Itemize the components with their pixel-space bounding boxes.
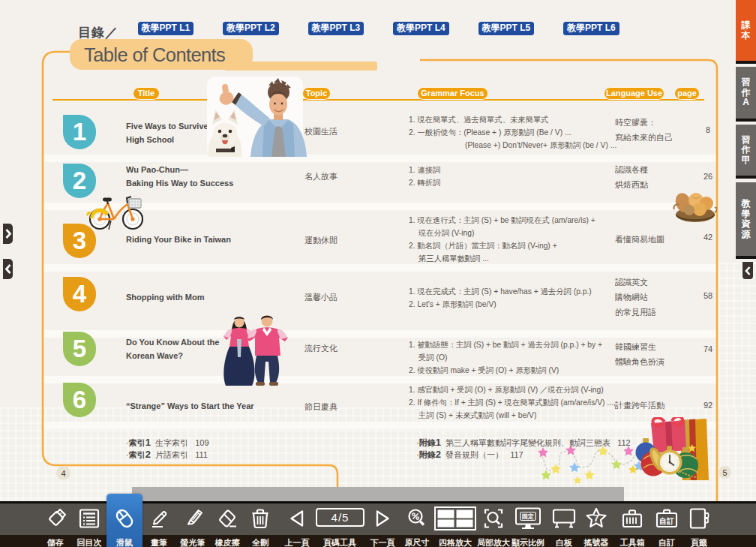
- monitor-fixed-icon[interactable]: 固定: [514, 506, 542, 533]
- unit-page-number: 92: [697, 387, 719, 424]
- side-tab-char: A: [742, 98, 751, 108]
- side-tab-char: 甲: [742, 155, 751, 166]
- custom-case-icon[interactable]: 自訂: [655, 507, 679, 533]
- index-line: ·索引2 片語索引 111: [126, 449, 208, 461]
- ppt-button-l1[interactable]: 教學PPT L1: [138, 22, 194, 35]
- side-tab-label: 習作A: [742, 77, 751, 108]
- toc-row-2: 2Wu Pao-Chun—Baking His Way to Success名人…: [43, 162, 717, 202]
- tool-label-prev-page: 上一頁: [285, 537, 310, 547]
- tool-label-partial-zoom: 局部放大: [477, 537, 510, 547]
- toc-row-6: 6“Strange” Ways to Start the Year節日慶典1. …: [43, 385, 717, 422]
- unit-language-use: 時空膠囊：寫給未來的自己: [615, 103, 698, 158]
- usb-save-icon[interactable]: [44, 508, 67, 532]
- unit-page-number: 26: [697, 157, 719, 197]
- tool-label-highlighter: 螢光筆: [181, 537, 206, 547]
- unit-title: “Strange” Ways to Start the Year: [126, 388, 276, 425]
- ppt-button-l3[interactable]: 教學PPT L3: [308, 22, 364, 35]
- whiteboard-icon[interactable]: [552, 507, 576, 533]
- triangle-right-icon[interactable]: [374, 509, 392, 531]
- tool-label-toolbox: 工具箱: [620, 537, 645, 547]
- ppt-button-l5[interactable]: 教學PPT L5: [478, 22, 535, 35]
- tool-label-mouse: 滑鼠: [116, 537, 133, 547]
- unit-language-use: 看懂簡易地圖: [615, 212, 698, 266]
- unit-title: Shopping with Mom: [126, 268, 276, 326]
- side-tab-label: 課本: [742, 20, 751, 41]
- collapse-tabs-button[interactable]: [742, 262, 753, 279]
- side-tab-char: 資: [742, 219, 751, 230]
- unit-title: Wu Pao-Chun—Baking His Way to Success: [126, 157, 276, 197]
- tool-label-four-zoom: 四格放大: [439, 537, 472, 547]
- column-header-language: Language Use: [604, 87, 664, 100]
- tool-label-whiteboard: 白板: [556, 537, 572, 547]
- photo-man-with-dog: [204, 74, 315, 157]
- chevron-left-icon: [5, 264, 11, 274]
- unit-topic: 名人故事: [304, 157, 364, 197]
- tool-label-display-ratio: 顯示比例: [512, 537, 544, 547]
- unit-page-number: 74: [697, 329, 719, 369]
- trash-icon[interactable]: [250, 508, 270, 532]
- unit-language-use: 韓國練習生體驗角色扮演: [615, 335, 698, 374]
- marker-icon[interactable]: [182, 508, 203, 532]
- page-indicator[interactable]: 4/5: [316, 508, 364, 527]
- side-tab-label: 習作甲: [742, 135, 751, 166]
- star-7-icon[interactable]: 7: [584, 506, 609, 533]
- unit-title: Do You Know About theKorean Wave?: [126, 329, 276, 369]
- prev-spread-button[interactable]: [3, 259, 13, 279]
- unit-page-number: 42: [697, 210, 719, 264]
- tool-label-custom: 自訂: [658, 537, 675, 547]
- unit-number-badge: 3: [63, 224, 96, 258]
- unit-language-use: 計畫跨年活動: [615, 387, 698, 424]
- banner-strip: [225, 62, 377, 71]
- svg-text:自訂: 自訂: [659, 517, 674, 525]
- tool-label-page-tool: 頁碼工具: [323, 537, 356, 547]
- side-tab-3[interactable]: 習作甲: [736, 125, 756, 179]
- side-tab-char: 本: [742, 31, 751, 41]
- appendix-line: ·附錄1 第三人稱單數動詞字尾變化規則、動詞三態表 112: [416, 437, 631, 449]
- magnifier-percent-icon[interactable]: [406, 508, 428, 532]
- toc-row-4: 4Shopping with Mom溫馨小品1. 現在完成式：主詞 (S) + …: [43, 272, 717, 330]
- side-tab-1[interactable]: 課本: [736, 0, 756, 64]
- ppt-button-l4[interactable]: 教學PPT L4: [393, 22, 449, 35]
- unit-number-badge: 6: [63, 383, 96, 417]
- side-tab-char: 習: [742, 77, 751, 88]
- page-tabs-icon[interactable]: [688, 507, 710, 533]
- gift-cluster: [628, 417, 709, 480]
- unit-page-number: 8: [697, 103, 719, 158]
- ppt-button-l6[interactable]: 教學PPT L6: [563, 22, 620, 35]
- pencil-icon[interactable]: [148, 508, 170, 532]
- toc-row-5: 5Do You Know About theKorean Wave?流行文化1.…: [43, 338, 717, 377]
- side-tab-char: 作: [742, 88, 751, 98]
- unit-topic: 運動休閒: [304, 213, 364, 267]
- side-tab-char: 作: [742, 145, 751, 155]
- eraser-icon[interactable]: [216, 508, 238, 532]
- expand-left-panel-button[interactable]: [3, 224, 13, 244]
- triangle-left-icon[interactable]: [288, 509, 306, 531]
- side-tab-4[interactable]: 教學資源: [736, 182, 756, 259]
- grid-2x2-icon[interactable]: [434, 506, 476, 533]
- appendix-line: ·附錄2 發音規則（一） 117: [416, 449, 524, 461]
- photo-gifts-clock: [536, 417, 717, 485]
- unit-number-badge: 1: [63, 115, 96, 149]
- page-title-en: Table of Contents: [84, 44, 225, 66]
- tool-label-toc: 回目次: [77, 537, 102, 547]
- toolbox-icon[interactable]: [621, 508, 644, 532]
- side-tab-2[interactable]: 習作A: [736, 67, 756, 122]
- magnifier-brackets-icon[interactable]: [482, 507, 505, 533]
- unit-topic: 流行文化: [304, 329, 364, 368]
- tool-label-save: 儲存: [47, 537, 64, 547]
- unit-language-use: 認識各種烘焙西點: [615, 158, 698, 197]
- unit-topic: 節日慶典: [304, 389, 364, 425]
- unit-number-badge: 4: [63, 277, 96, 311]
- svg-text:固定: 固定: [522, 512, 534, 520]
- list-icon[interactable]: [79, 508, 100, 532]
- side-tab-char: 源: [742, 230, 751, 240]
- tool-label-pen: 畫筆: [151, 537, 167, 547]
- unit-topic: 溫馨小品: [304, 268, 364, 326]
- tool-label-delete-all: 全刪: [252, 537, 268, 547]
- tool-label-next-page: 下一頁: [370, 537, 395, 547]
- tool-label-eraser: 橡皮擦: [215, 537, 240, 547]
- ppt-button-l2[interactable]: 教學PPT L2: [223, 22, 279, 35]
- side-tab-label: 教學資源: [742, 199, 751, 239]
- chevron-left-icon: [745, 266, 751, 275]
- mouse-icon[interactable]: [113, 507, 136, 533]
